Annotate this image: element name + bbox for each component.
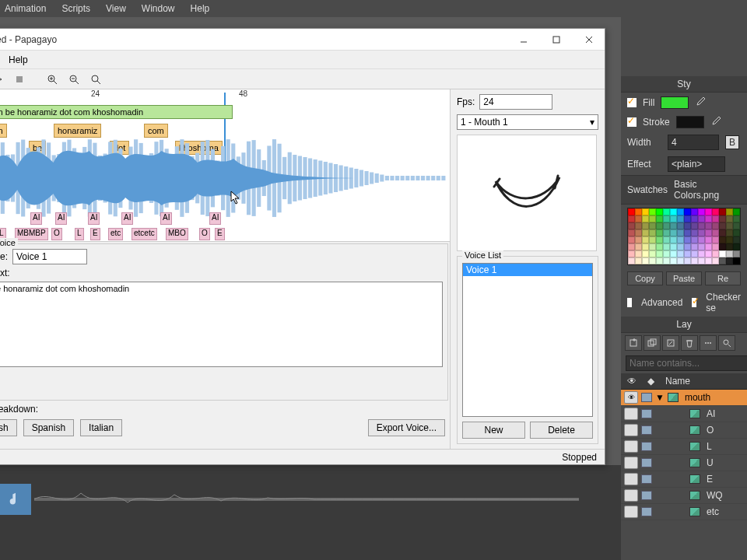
phoneme-block[interactable]: AI: [121, 212, 133, 225]
swatch-cell[interactable]: [698, 250, 705, 257]
swatch-cell[interactable]: [691, 222, 698, 229]
swatch-cell[interactable]: [677, 229, 684, 236]
close-button[interactable]: [580, 30, 598, 49]
swatch-cell[interactable]: [691, 208, 698, 215]
swatch-cell[interactable]: [635, 250, 642, 257]
swatch-cell[interactable]: [726, 257, 733, 264]
swatch-cell[interactable]: [684, 257, 691, 264]
zoom-reset-button[interactable]: [88, 72, 103, 87]
swatch-cell[interactable]: [642, 243, 649, 250]
sentence-block[interactable]: lam be honaramiz dot com khoshomadin: [0, 105, 233, 119]
swatch-cell[interactable]: [705, 257, 712, 264]
swatch-cell[interactable]: [642, 215, 649, 222]
swatch-cell[interactable]: [726, 215, 733, 222]
swatch-cell[interactable]: [719, 215, 726, 222]
swatch-cell[interactable]: [712, 250, 719, 257]
swatch-cell[interactable]: [670, 222, 677, 229]
stroke-checkbox[interactable]: [627, 117, 637, 127]
paste-button[interactable]: Paste: [666, 271, 702, 285]
zoom-in-button[interactable]: [44, 72, 60, 87]
swatch-cell[interactable]: [705, 243, 712, 250]
swatch-cell[interactable]: [670, 257, 677, 264]
fill-checkbox[interactable]: [627, 98, 637, 107]
swatch-cell[interactable]: [705, 208, 712, 215]
menu-window[interactable]: Window: [142, 3, 175, 14]
menu-view[interactable]: View: [106, 3, 126, 14]
layer-row[interactable]: 👁WQ: [621, 488, 747, 504]
visibility-toggle[interactable]: 👁: [624, 506, 638, 518]
swatch-cell[interactable]: [733, 215, 740, 222]
swatch-cell[interactable]: [733, 257, 740, 264]
lang-spanish-button[interactable]: Spanish: [23, 419, 74, 436]
track-header[interactable]: [0, 484, 31, 515]
swatch-cell[interactable]: [684, 215, 691, 222]
new-voice-button[interactable]: New: [462, 422, 525, 439]
zoom-out-button[interactable]: [66, 72, 82, 87]
swatch-cell[interactable]: [649, 208, 656, 215]
swatch-cell[interactable]: [684, 250, 691, 257]
swatch-grid[interactable]: [627, 208, 741, 265]
effect-select[interactable]: [668, 156, 725, 172]
swatch-cell[interactable]: [726, 243, 733, 250]
menu-help[interactable]: Help: [9, 54, 28, 65]
reset-button[interactable]: Re: [705, 271, 741, 285]
swatch-cell[interactable]: [726, 250, 733, 257]
swatch-cell[interactable]: [684, 222, 691, 229]
swatch-cell[interactable]: [635, 257, 642, 264]
swatch-cell[interactable]: [628, 208, 635, 215]
stroke-color-swatch[interactable]: [676, 116, 704, 128]
advanced-checkbox[interactable]: [627, 298, 632, 307]
eyedropper-icon[interactable]: [710, 115, 721, 128]
swatch-cell[interactable]: [670, 229, 677, 236]
export-voice-button[interactable]: Export Voice...: [368, 419, 445, 436]
swatch-cell[interactable]: [719, 236, 726, 243]
swatch-cell[interactable]: [698, 222, 705, 229]
swatch-cell[interactable]: [726, 229, 733, 236]
swatch-cell[interactable]: [677, 236, 684, 243]
swatch-cell[interactable]: [691, 250, 698, 257]
swatch-cell[interactable]: [684, 229, 691, 236]
menu-scripts[interactable]: Scripts: [61, 3, 90, 14]
layer-row[interactable]: 👁AI: [621, 406, 747, 422]
swatch-cell[interactable]: [698, 208, 705, 215]
mouth-select[interactable]: 1 - Mouth 1: [457, 114, 598, 130]
swatch-cell[interactable]: [733, 222, 740, 229]
phoneme-block[interactable]: O: [51, 228, 62, 240]
swatch-cell[interactable]: [733, 250, 740, 257]
swatch-cell[interactable]: [677, 208, 684, 215]
swatch-cell[interactable]: [663, 222, 670, 229]
phoneme-block[interactable]: AI: [55, 212, 67, 225]
layer-row[interactable]: 👁etc: [621, 504, 747, 520]
swatch-cell[interactable]: [663, 236, 670, 243]
swatch-cell[interactable]: [649, 250, 656, 257]
swatch-cell[interactable]: [684, 243, 691, 250]
voice-list-item[interactable]: Voice 1: [463, 264, 592, 276]
swatch-cell[interactable]: [649, 222, 656, 229]
swatch-cell[interactable]: [628, 229, 635, 236]
swatch-cell[interactable]: [649, 257, 656, 264]
visibility-toggle[interactable]: 👁: [624, 457, 638, 469]
menu-animation[interactable]: Animation: [5, 3, 46, 14]
swatch-cell[interactable]: [635, 229, 642, 236]
phoneme-block[interactable]: AI: [30, 212, 42, 225]
swatch-cell[interactable]: [642, 222, 649, 229]
swatch-cell[interactable]: [733, 243, 740, 250]
voice-list[interactable]: Voice 1: [462, 263, 593, 417]
delete-voice-button[interactable]: Delete: [530, 422, 593, 439]
swatch-cell[interactable]: [670, 250, 677, 257]
swatch-cell[interactable]: [635, 236, 642, 243]
minimize-button[interactable]: [514, 30, 533, 49]
swatch-cell[interactable]: [663, 215, 670, 222]
width-input[interactable]: [668, 135, 719, 150]
swatch-cell[interactable]: [656, 222, 663, 229]
phoneme-block[interactable]: AI: [88, 212, 100, 225]
swatch-cell[interactable]: [733, 229, 740, 236]
swatch-cell[interactable]: [635, 243, 642, 250]
swatch-cell[interactable]: [691, 243, 698, 250]
swatch-cell[interactable]: [712, 236, 719, 243]
swatch-cell[interactable]: [712, 257, 719, 264]
swatch-cell[interactable]: [705, 222, 712, 229]
swatch-cell[interactable]: [628, 257, 635, 264]
swatch-cell[interactable]: [663, 257, 670, 264]
swatch-cell[interactable]: [642, 229, 649, 236]
